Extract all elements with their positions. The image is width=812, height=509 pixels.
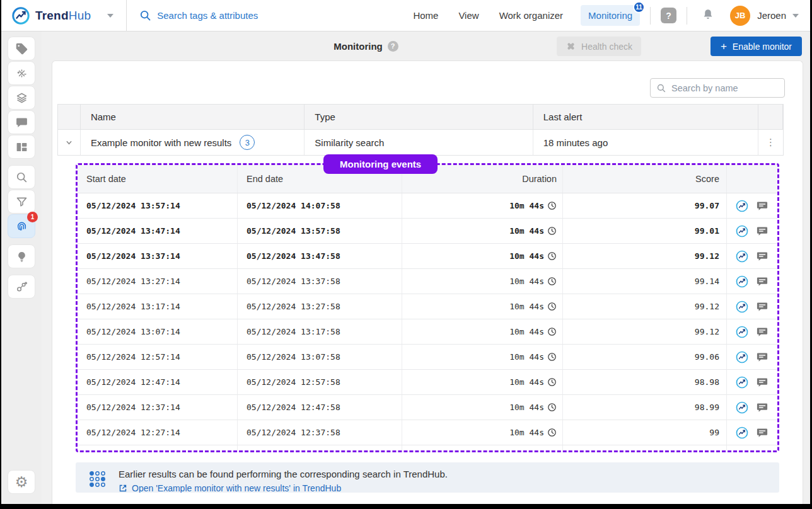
brand-name: TrendHub — [35, 9, 91, 23]
monitor-row[interactable]: Example monitor with new results 3 Simil… — [58, 130, 783, 156]
monitor-name: Example monitor with new results — [91, 137, 231, 148]
comment-icon[interactable] — [756, 250, 768, 263]
comment-icon[interactable] — [756, 326, 768, 338]
event-score: 98.98 — [563, 370, 727, 394]
sidebar-item-enhance[interactable] — [8, 61, 35, 85]
page-help-icon[interactable]: ? — [388, 41, 398, 52]
divider — [687, 7, 687, 25]
page-toolbar: Monitoring ? Health check + Enable monit… — [42, 31, 810, 60]
event-score: 99.14 — [563, 269, 727, 294]
open-in-trendhub-icon[interactable] — [736, 426, 748, 439]
clock-icon — [547, 201, 557, 210]
clock-icon — [547, 428, 557, 437]
open-in-trendhub-icon[interactable] — [736, 351, 748, 363]
enable-monitor-button[interactable]: + Enable monitor — [710, 37, 802, 56]
event-start-date: 05/12/2024 13:47:14 — [78, 219, 238, 243]
open-monitor-link[interactable]: Open 'Example monitor with new results' … — [119, 483, 448, 493]
comment-icon[interactable] — [756, 200, 768, 212]
monitors-table: Name Type Last alert Example monitor wit… — [57, 104, 784, 156]
sidebar-item-ideas[interactable] — [8, 244, 35, 268]
row-menu-button[interactable]: ⋮ — [766, 141, 775, 144]
sidebar-item-search[interactable] — [8, 165, 35, 189]
monitors-table-header: Name Type Last alert — [58, 105, 783, 130]
event-row[interactable]: 05/12/2024 13:47:14 05/12/2024 13:57:58 … — [78, 219, 777, 244]
search-by-name-input[interactable] — [671, 83, 779, 93]
open-in-trendhub-icon[interactable] — [736, 300, 748, 313]
event-duration: 10m 44s — [509, 302, 544, 311]
open-in-trendhub-icon[interactable] — [736, 376, 748, 389]
open-in-trendhub-icon[interactable] — [736, 401, 748, 414]
sidebar-item-monitoring[interactable]: 1 — [8, 214, 35, 238]
event-end-date: 05/12/2024 14:07:58 — [238, 193, 402, 218]
health-check-button[interactable]: Health check — [557, 37, 641, 56]
event-score: 98.99 — [563, 395, 727, 420]
row-expander[interactable] — [58, 130, 81, 155]
global-search[interactable]: Search tags & attributes — [139, 9, 258, 21]
event-score: 99.07 — [563, 193, 727, 218]
event-row[interactable]: 05/12/2024 12:27:14 05/12/2024 12:37:58 … — [78, 420, 777, 445]
search-icon — [139, 9, 151, 21]
event-row[interactable]: 05/12/2024 13:07:14 05/12/2024 13:17:58 … — [78, 319, 777, 345]
event-duration: 10m 44s — [509, 251, 544, 261]
open-in-trendhub-icon[interactable] — [736, 326, 748, 338]
menu-column-header — [758, 105, 783, 129]
open-in-trendhub-icon[interactable] — [736, 200, 748, 212]
event-end-date: 05/12/2024 13:57:58 — [238, 219, 402, 243]
event-row[interactable]: 05/12/2024 13:37:14 05/12/2024 13:47:58 … — [78, 244, 777, 269]
event-duration: 10m 44s — [509, 428, 544, 437]
comment-icon[interactable] — [756, 225, 768, 237]
brand-logo[interactable]: TrendHub — [1, 6, 91, 25]
open-in-trendhub-icon[interactable] — [736, 225, 748, 237]
events-rows: 05/12/2024 13:57:14 05/12/2024 14:07:58 … — [78, 193, 777, 445]
sidebar-item-comments[interactable] — [8, 110, 35, 134]
question-icon: ? — [666, 11, 671, 21]
event-row[interactable]: 05/12/2024 13:27:14 05/12/2024 13:37:58 … — [78, 269, 777, 294]
event-row[interactable]: 05/12/2024 12:47:14 05/12/2024 12:57:58 … — [78, 370, 777, 395]
help-button[interactable]: ? — [661, 8, 676, 23]
icon-sidebar: 1 ⚙ — [1, 31, 42, 504]
user-menu-caret-icon[interactable] — [792, 14, 799, 18]
filter-icon — [15, 195, 28, 209]
brand-caret-icon[interactable] — [107, 14, 113, 18]
search-icon — [15, 171, 28, 184]
event-row[interactable]: 05/12/2024 12:57:14 05/12/2024 13:07:58 … — [78, 345, 777, 370]
event-start-date: 05/12/2024 13:57:14 — [78, 193, 238, 218]
event-row[interactable]: 05/12/2024 12:37:14 05/12/2024 12:47:58 … — [78, 395, 777, 420]
user-avatar[interactable]: JB — [730, 6, 750, 26]
event-duration: 10m 44s — [509, 403, 544, 412]
sidebar-item-layers[interactable] — [8, 86, 35, 110]
sidebar-item-filter[interactable] — [8, 190, 35, 214]
comment-icon[interactable] — [756, 426, 768, 439]
event-score: 99.12 — [563, 319, 727, 344]
comment-icon[interactable] — [756, 275, 768, 288]
nav-view[interactable]: View — [458, 10, 478, 21]
event-duration: 10m 44s — [509, 277, 544, 286]
sidebar-item-settings[interactable]: ⚙ — [8, 470, 35, 494]
event-end-date: 05/12/2024 13:47:58 — [238, 244, 402, 268]
comment-icon[interactable] — [756, 401, 768, 414]
nav-home[interactable]: Home — [413, 10, 438, 21]
nav-monitoring[interactable]: Monitoring 11 — [581, 5, 640, 26]
event-score: 99.06 — [563, 345, 727, 369]
notifications-button[interactable] — [701, 8, 715, 24]
last-alert-column-header: Last alert — [533, 105, 758, 129]
event-duration: 10m 44s — [509, 226, 544, 236]
comment-icon[interactable] — [756, 376, 768, 389]
dashboard-icon — [15, 140, 28, 154]
open-in-trendhub-icon[interactable] — [736, 275, 748, 288]
global-search-label: Search tags & attributes — [157, 10, 258, 21]
event-row[interactable]: 05/12/2024 13:57:14 05/12/2024 14:07:58 … — [78, 193, 777, 219]
search-by-name-field[interactable] — [650, 78, 785, 98]
sidebar-item-dashboard[interactable] — [8, 135, 35, 159]
sidebar-item-graph[interactable] — [8, 275, 35, 299]
chat-icon — [15, 116, 28, 129]
comment-icon[interactable] — [756, 300, 768, 313]
fingerprint-icon — [15, 220, 28, 233]
earlier-results-note: Earlier results can be found performing … — [76, 462, 779, 493]
divider — [650, 7, 651, 25]
event-row[interactable]: 05/12/2024 13:17:14 05/12/2024 13:27:58 … — [78, 294, 777, 319]
comment-icon[interactable] — [756, 351, 768, 363]
nav-work-organizer[interactable]: Work organizer — [499, 10, 563, 21]
open-in-trendhub-icon[interactable] — [736, 250, 748, 263]
sidebar-item-tags[interactable] — [8, 37, 35, 60]
